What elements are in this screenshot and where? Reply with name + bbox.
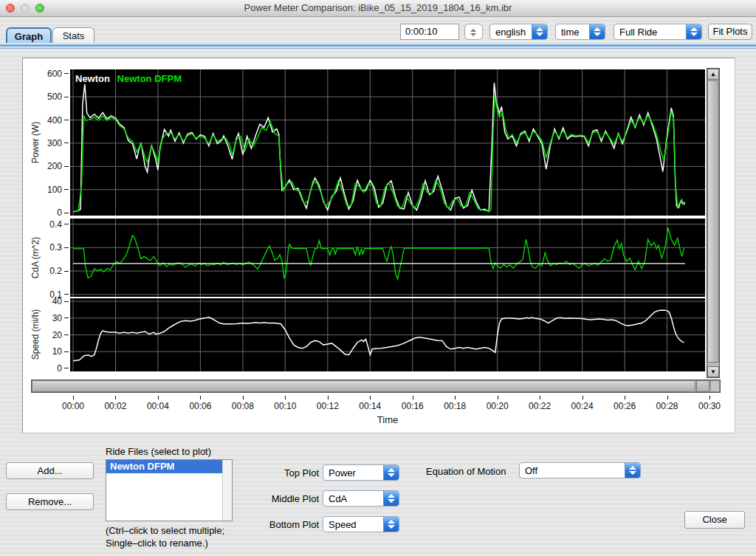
list-scrollbar[interactable] xyxy=(222,460,232,521)
y-tick-label: 100 xyxy=(32,185,62,195)
x-tick-label: 00:24 xyxy=(566,401,599,411)
x-tick-label: 00:00 xyxy=(57,401,89,411)
time-axis-title: Time xyxy=(70,414,705,425)
y-tick-label: 0.2 xyxy=(32,266,62,276)
y-tick-mark xyxy=(64,213,69,213)
close-dialog-button[interactable]: Close xyxy=(684,511,745,529)
combo-chevrons-icon xyxy=(589,24,605,39)
ride-files-hint-line2: Single–click to rename.) xyxy=(106,538,208,549)
speed-plot[interactable] xyxy=(70,298,705,371)
y-tick-label: 400 xyxy=(32,115,62,126)
tab-graph[interactable]: Graph xyxy=(6,27,52,43)
y-tick-label: 30 xyxy=(32,313,62,323)
middle-plot-select[interactable]: CdA xyxy=(323,490,399,507)
units-select[interactable]: english xyxy=(489,24,548,40)
y-tick-label: 0 xyxy=(32,363,62,374)
y-tick-label: 500 xyxy=(32,92,62,102)
vertical-scrollbar[interactable]: ▲ ▼ xyxy=(707,68,720,378)
ride-files-list[interactable]: Newton DFPM xyxy=(106,459,233,521)
cda-plot[interactable] xyxy=(70,219,705,297)
x-tick-mark xyxy=(583,396,583,399)
bottom-plot-select[interactable]: Speed xyxy=(323,516,399,532)
x-tick-label: 00:22 xyxy=(523,401,556,411)
y-tick-mark xyxy=(64,189,69,190)
x-tick-mark xyxy=(667,396,668,399)
y-tick-mark xyxy=(64,166,69,167)
power-plot[interactable] xyxy=(70,69,705,216)
x-tick-label: 00:12 xyxy=(312,401,344,411)
list-item[interactable]: Newton DFPM xyxy=(106,460,223,473)
equation-of-motion-select[interactable]: Off xyxy=(519,462,641,478)
y-tick-mark xyxy=(64,294,69,295)
x-tick-mark xyxy=(455,396,456,399)
combo-chevrons-icon xyxy=(625,463,640,478)
x-tick-label: 00:02 xyxy=(99,401,131,411)
y-tick-mark xyxy=(64,120,69,120)
bottom-plot-value: Speed xyxy=(329,519,357,530)
scrollbar-end-cap xyxy=(710,380,720,392)
x-tick-mark xyxy=(498,396,498,399)
fit-plots-button[interactable]: Fit Plots xyxy=(708,24,752,40)
x-tick-mark xyxy=(540,396,540,399)
y-tick-label: 200 xyxy=(32,161,62,171)
y-tick-mark xyxy=(64,351,69,352)
middle-plot-value: CdA xyxy=(329,493,347,504)
cda-y-ticks: 0.40.30.20.1 xyxy=(41,219,69,297)
xaxis-mode-select[interactable]: time xyxy=(555,24,605,40)
x-tick-mark xyxy=(413,396,413,399)
x-tick-mark xyxy=(200,396,201,399)
add-button[interactable]: Add... xyxy=(6,462,94,479)
tab-strip-divider xyxy=(0,43,756,49)
x-tick-label: 00:14 xyxy=(354,401,386,411)
x-tick-label: 00:16 xyxy=(396,401,429,411)
combo-chevrons-icon xyxy=(686,24,701,39)
time-window-input[interactable]: 0:00:10 xyxy=(400,24,459,40)
horizontal-scrollbar-thumb[interactable] xyxy=(32,380,695,392)
middle-plot-label: Middle Plot xyxy=(248,493,319,504)
horizontal-scrollbar[interactable] xyxy=(31,380,721,393)
remove-button[interactable]: Remove... xyxy=(6,493,94,510)
x-tick-mark xyxy=(73,396,74,399)
x-tick-mark xyxy=(370,396,371,399)
legend-newton-dfpm: Newton DFPM xyxy=(117,73,182,84)
power-y-ticks: 6005004003002001000 xyxy=(41,69,69,216)
y-tick-mark xyxy=(64,271,69,272)
range-select-value: Full Ride xyxy=(619,27,657,38)
scroll-down-icon[interactable]: ▼ xyxy=(707,366,719,377)
y-tick-label: 20 xyxy=(32,330,62,340)
ride-files-hint-line1: (Ctrl–click to select multiple; xyxy=(106,525,224,536)
ride-files-label: Ride Files (select to plot) xyxy=(106,446,211,457)
combo-chevrons-icon xyxy=(532,24,547,39)
y-tick-mark xyxy=(64,143,69,143)
x-tick-mark xyxy=(328,396,329,399)
combo-chevrons-icon xyxy=(383,465,399,480)
tab-stats[interactable]: Stats xyxy=(52,27,94,43)
top-plot-select[interactable]: Power xyxy=(323,464,399,481)
y-tick-mark xyxy=(64,224,69,224)
x-tick-mark xyxy=(709,396,710,399)
x-tick-label: 00:20 xyxy=(481,401,514,411)
y-tick-label: 300 xyxy=(32,138,62,148)
x-tick-label: 00:28 xyxy=(651,401,684,411)
time-window-stepper[interactable] xyxy=(464,24,483,40)
x-tick-label: 00:26 xyxy=(608,401,641,411)
scroll-right-button[interactable] xyxy=(696,380,709,392)
x-tick-mark xyxy=(158,396,159,399)
y-tick-mark xyxy=(64,334,69,335)
top-plot-label: Top Plot xyxy=(261,467,319,478)
x-tick-label: 00:08 xyxy=(227,401,259,411)
y-tick-label: 10 xyxy=(32,346,62,357)
scroll-up-icon[interactable]: ▲ xyxy=(707,69,719,80)
cda-y-axis-label: CdA (m^2) xyxy=(30,228,41,287)
x-tick-label: 00:04 xyxy=(142,401,174,411)
x-tick-label: 00:30 xyxy=(693,401,726,411)
titlebar[interactable]: Power Meter Comparison: iBike_05_15_2019… xyxy=(0,0,756,17)
app-window: Power Meter Comparison: iBike_05_15_2019… xyxy=(0,0,756,556)
stepper-chevrons-icon xyxy=(470,26,478,39)
range-select[interactable]: Full Ride xyxy=(614,24,702,40)
equation-of-motion-label: Equation of Motion xyxy=(426,466,506,477)
vertical-scrollbar-thumb[interactable] xyxy=(707,80,719,363)
y-tick-mark xyxy=(64,301,69,302)
y-tick-label: 0.4 xyxy=(32,219,62,230)
y-tick-mark xyxy=(64,368,69,368)
